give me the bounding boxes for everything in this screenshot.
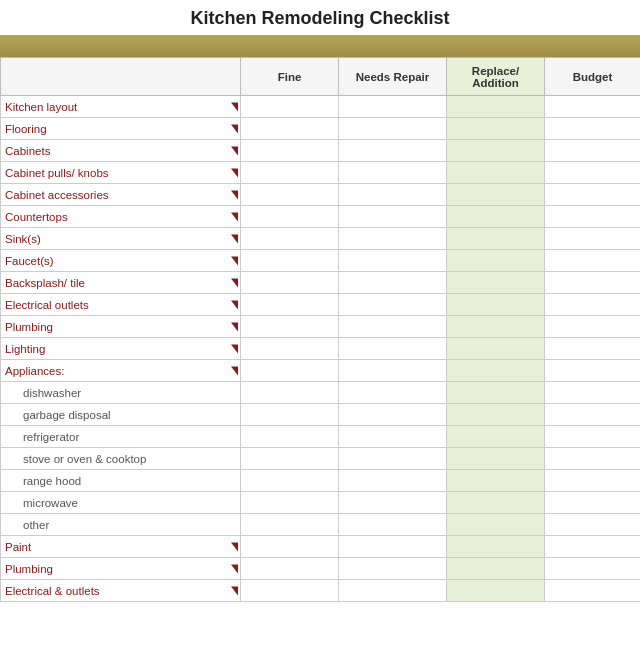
budget-cell [545, 316, 641, 338]
header-replace: Replace/ Addition [447, 58, 545, 96]
repair-cell [339, 96, 447, 118]
red-triangle-icon [231, 586, 238, 595]
red-triangle-icon [231, 300, 238, 309]
replace-cell [447, 162, 545, 184]
replace-cell [447, 184, 545, 206]
header-needs-repair: Needs Repair [339, 58, 447, 96]
budget-cell [545, 492, 641, 514]
replace-cell [447, 514, 545, 536]
red-triangle-icon [231, 234, 238, 243]
replace-cell [447, 426, 545, 448]
fine-cell [241, 470, 339, 492]
repair-cell [339, 316, 447, 338]
table-row: Cabinet accessories [1, 184, 641, 206]
table-row: Lighting [1, 338, 641, 360]
budget-cell [545, 294, 641, 316]
table-row: Backsplash/ tile [1, 272, 641, 294]
repair-cell [339, 162, 447, 184]
replace-cell [447, 492, 545, 514]
budget-cell [545, 184, 641, 206]
fine-cell [241, 514, 339, 536]
table-row: Faucet(s) [1, 250, 641, 272]
fine-cell [241, 404, 339, 426]
repair-cell [339, 294, 447, 316]
repair-cell [339, 228, 447, 250]
table-row: garbage disposal [1, 404, 641, 426]
replace-cell [447, 536, 545, 558]
fine-cell [241, 382, 339, 404]
budget-cell [545, 206, 641, 228]
header-item [1, 58, 241, 96]
replace-cell [447, 140, 545, 162]
red-triangle-icon [231, 168, 238, 177]
item-cell: refrigerator [1, 426, 241, 448]
replace-cell [447, 448, 545, 470]
gold-bar [0, 35, 640, 57]
table-row: dishwasher [1, 382, 641, 404]
budget-cell [545, 272, 641, 294]
red-triangle-icon [231, 366, 238, 375]
repair-cell [339, 206, 447, 228]
budget-cell [545, 338, 641, 360]
fine-cell [241, 206, 339, 228]
fine-cell [241, 536, 339, 558]
replace-cell [447, 382, 545, 404]
repair-cell [339, 272, 447, 294]
item-cell: Lighting [1, 338, 241, 360]
item-cell: Sink(s) [1, 228, 241, 250]
item-cell: Countertops [1, 206, 241, 228]
red-triangle-icon [231, 542, 238, 551]
replace-cell [447, 404, 545, 426]
repair-cell [339, 118, 447, 140]
replace-cell [447, 118, 545, 140]
item-cell: Appliances: [1, 360, 241, 382]
item-cell: Faucet(s) [1, 250, 241, 272]
budget-cell [545, 536, 641, 558]
replace-cell [447, 96, 545, 118]
header-fine: Fine [241, 58, 339, 96]
budget-cell [545, 580, 641, 602]
repair-cell [339, 184, 447, 206]
replace-cell [447, 228, 545, 250]
fine-cell [241, 184, 339, 206]
budget-cell [545, 404, 641, 426]
replace-cell [447, 316, 545, 338]
item-cell: Kitchen layout [1, 96, 241, 118]
budget-cell [545, 140, 641, 162]
item-cell: Electrical & outlets [1, 580, 241, 602]
item-cell: other [1, 514, 241, 536]
table-row: Plumbing [1, 558, 641, 580]
title-row: Kitchen Remodeling Checklist [0, 0, 640, 35]
budget-cell [545, 360, 641, 382]
red-triangle-icon [231, 278, 238, 287]
fine-cell [241, 250, 339, 272]
replace-cell [447, 558, 545, 580]
header-row: Fine Needs Repair Replace/ Addition Budg… [1, 58, 641, 96]
fine-cell [241, 118, 339, 140]
table-row: Paint [1, 536, 641, 558]
checklist-table: Fine Needs Repair Replace/ Addition Budg… [0, 57, 640, 602]
table-row: Flooring [1, 118, 641, 140]
red-triangle-icon [231, 146, 238, 155]
item-cell: Flooring [1, 118, 241, 140]
page-title: Kitchen Remodeling Checklist [4, 8, 636, 29]
red-triangle-icon [231, 322, 238, 331]
fine-cell [241, 96, 339, 118]
item-cell: Electrical outlets [1, 294, 241, 316]
repair-cell [339, 426, 447, 448]
replace-cell [447, 360, 545, 382]
fine-cell [241, 338, 339, 360]
fine-cell [241, 272, 339, 294]
fine-cell [241, 448, 339, 470]
red-triangle-icon [231, 190, 238, 199]
budget-cell [545, 118, 641, 140]
fine-cell [241, 360, 339, 382]
table-row: Cabinets [1, 140, 641, 162]
budget-cell [545, 228, 641, 250]
budget-cell [545, 558, 641, 580]
repair-cell [339, 338, 447, 360]
red-triangle-icon [231, 344, 238, 353]
repair-cell [339, 140, 447, 162]
item-cell: Cabinet accessories [1, 184, 241, 206]
replace-cell [447, 250, 545, 272]
